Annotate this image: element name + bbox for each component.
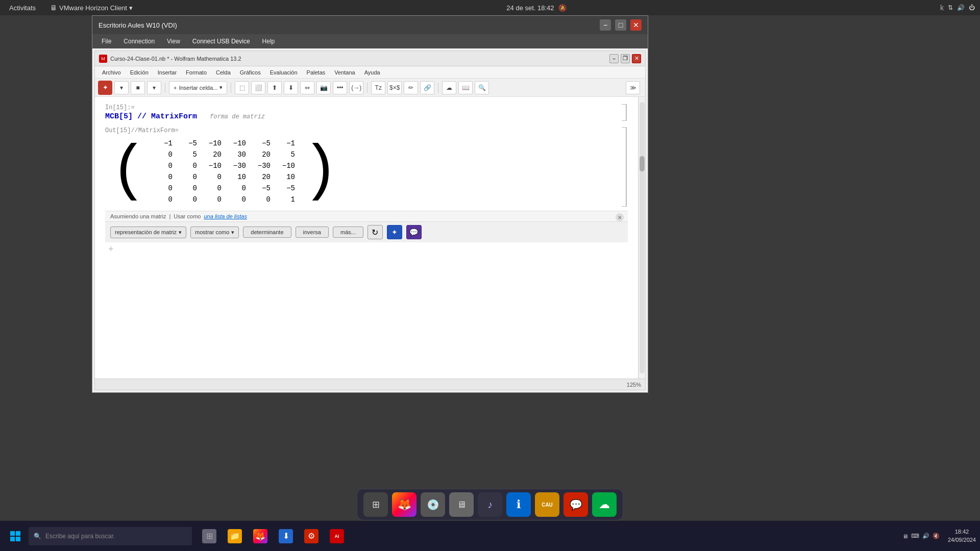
- matrix-repr-dropdown[interactable]: representación de matriz ▾: [110, 227, 186, 238]
- matrix-cell: −10: [225, 138, 249, 148]
- vmware-label: VMware Horizon Client: [59, 4, 127, 12]
- math-menu-ventana[interactable]: Ventana: [330, 68, 359, 77]
- toolbar-palette-btn[interactable]: ✏: [404, 81, 418, 94]
- taskbar-apps: ⊞ 📁 🦊 ⬇ ⚙ Ai: [198, 525, 348, 547]
- toolbar-merge-btn[interactable]: ⬚: [235, 81, 249, 94]
- taskbar-multidesktop[interactable]: ⊞: [198, 525, 220, 547]
- vmware-menu-connection[interactable]: Connection: [118, 37, 160, 46]
- tooltip-close-button[interactable]: ✕: [616, 213, 624, 221]
- notebook-scrollbar[interactable]: [638, 97, 645, 379]
- vmware-launcher[interactable]: 🖥 VMware Horizon Client ▾: [50, 4, 133, 12]
- taskbar-files[interactable]: 📁: [224, 525, 246, 547]
- cell-bracket-output: [621, 125, 628, 209]
- math-menu-evaluacion[interactable]: Evaluación: [266, 68, 302, 77]
- math-menu-paletas[interactable]: Paletas: [303, 68, 330, 77]
- toolbar-collapse-right-btn[interactable]: ≫: [626, 81, 640, 94]
- cell-content-input: In[15]:= MCB[5] // MatrixForm forma de m…: [105, 102, 621, 123]
- taskbar-firefox[interactable]: 🦊: [249, 525, 272, 547]
- taskbar-search-box[interactable]: 🔍 Escribe aquí para buscar.: [29, 527, 192, 545]
- tray-icon-2: ⌨: [911, 533, 919, 539]
- toolbar-dropdown-btn[interactable]: ▾: [114, 81, 129, 94]
- math-menu-formato[interactable]: Formato: [182, 68, 211, 77]
- toolbar-typeset-btn[interactable]: $×$: [387, 81, 402, 94]
- insert-cell-arrow-icon: ▾: [219, 84, 223, 91]
- toolbar-hyperlink-btn[interactable]: 🔗: [420, 81, 434, 94]
- toolbar-search-btn[interactable]: 🔍: [475, 81, 489, 94]
- math-menu-graficos[interactable]: Gráficos: [236, 68, 265, 77]
- start-button[interactable]: [4, 525, 27, 547]
- activities-button[interactable]: Activitats: [5, 3, 40, 13]
- dock-app-firefox[interactable]: 🦊: [392, 492, 416, 517]
- toolbar-sep-3: [367, 83, 368, 93]
- dock-app-music[interactable]: ♪: [478, 492, 502, 517]
- math-menu-archivo[interactable]: Archivo: [98, 68, 125, 77]
- zoom-level: 125%: [627, 382, 641, 388]
- show-as-dropdown[interactable]: mostrar como ▾: [190, 227, 239, 238]
- scrollbar-track[interactable]: [640, 102, 645, 373]
- toolbar-selection-btn[interactable]: ⇔: [300, 81, 314, 94]
- dock-cau-icon: CAU: [542, 502, 553, 508]
- taskbar-redgear[interactable]: ⚙: [300, 525, 323, 547]
- toolbar-collapse-btn[interactable]: (→): [349, 81, 363, 94]
- math-menu-celda[interactable]: Celda: [212, 68, 235, 77]
- toolbar-ellipsis-btn[interactable]: •••: [333, 81, 347, 94]
- more-button[interactable]: más...: [333, 227, 363, 238]
- taskbar-downloader[interactable]: ⬇: [275, 525, 297, 547]
- input-code[interactable]: MCB[5] // MatrixForm forma de matriz: [105, 112, 621, 121]
- vmware-minimize-button[interactable]: −: [600, 19, 611, 31]
- matrix-cell: −10: [200, 161, 225, 171]
- dock-music-icon: ♪: [487, 499, 493, 511]
- vmware-menu-view[interactable]: View: [162, 37, 185, 46]
- assistant-button[interactable]: 💬: [406, 225, 422, 239]
- matrix-cell: 0: [151, 183, 176, 193]
- vmware-menu-help[interactable]: Help: [257, 37, 280, 46]
- matrix-cell: 10: [274, 172, 298, 182]
- add-cell-row[interactable]: +: [105, 242, 628, 256]
- dock-chat-icon: 💬: [570, 498, 582, 511]
- math-restore-button[interactable]: ❐: [621, 54, 630, 63]
- math-menu-ayuda[interactable]: Ayuda: [360, 68, 384, 77]
- toolbar-cell-style-arrow[interactable]: ▾: [147, 81, 161, 94]
- wolfram-button[interactable]: ✦: [387, 225, 402, 239]
- notebook-main[interactable]: In[15]:= MCB[5] // MatrixForm forma de m…: [95, 97, 638, 379]
- mathematica-title: Curso-24-Clase-01.nb * - Wolfram Mathema…: [110, 56, 241, 62]
- matrix-cell: 0: [225, 183, 249, 193]
- math-minimize-button[interactable]: −: [609, 54, 619, 63]
- tooltip-link[interactable]: una lista de listas: [204, 213, 247, 219]
- matrix-repr-arrow-icon: ▾: [179, 229, 182, 236]
- determinant-button[interactable]: determinante: [243, 227, 291, 238]
- taskbar-adobe[interactable]: Ai: [326, 525, 348, 547]
- toolbar-documentation-btn[interactable]: 📖: [458, 81, 473, 94]
- matrix-cell: −5: [249, 183, 274, 193]
- inverse-button[interactable]: inversa: [296, 227, 329, 238]
- vmware-menu-file[interactable]: File: [96, 37, 116, 46]
- refresh-button[interactable]: ↻: [368, 225, 383, 239]
- toolbar-format-btn[interactable]: Tz: [371, 81, 385, 94]
- vmware-menu-connect-usb[interactable]: Connect USB Device: [187, 37, 255, 46]
- toolbar-cell-style-btn[interactable]: ■: [131, 81, 145, 94]
- math-close-button[interactable]: ✕: [632, 54, 641, 63]
- toolbar-move-down-btn[interactable]: ⬇: [284, 81, 298, 94]
- toolbar-cloud-btn[interactable]: ☁: [442, 81, 456, 94]
- toolbar-move-up-btn[interactable]: ⬆: [267, 81, 282, 94]
- vmware-arrow-icon: ▾: [129, 4, 133, 12]
- vmware-maximize-button[interactable]: □: [615, 19, 626, 31]
- math-menu-edicion[interactable]: Edición: [126, 68, 153, 77]
- notebook-options-button[interactable]: ✦: [98, 81, 112, 95]
- dock-app-cloud[interactable]: ☁: [592, 492, 617, 517]
- insert-cell-dropdown[interactable]: + Insertar celda... ▾: [169, 81, 227, 94]
- scrollbar-thumb[interactable]: [640, 156, 645, 171]
- dock-app-info[interactable]: ℹ: [506, 492, 531, 517]
- taskbar-tray: 🖥 ⌨ 🔊 🔇: [898, 533, 944, 539]
- dock-app-disk[interactable]: 💿: [421, 492, 445, 517]
- dock-app-grid[interactable]: ⊞: [363, 492, 388, 517]
- dock-app-chat[interactable]: 💬: [564, 492, 588, 517]
- toolbar-split-btn[interactable]: ⬜: [251, 81, 265, 94]
- tray-icon-1: 🖥: [902, 533, 908, 539]
- tray-icon-4: 🔇: [933, 533, 940, 539]
- dock-app-monitor[interactable]: 🖥: [449, 492, 474, 517]
- math-menu-insertar[interactable]: Insertar: [154, 68, 181, 77]
- dock-app-cau[interactable]: CAU: [535, 492, 559, 517]
- toolbar-camera-btn[interactable]: 📷: [316, 81, 331, 94]
- vmware-close-button[interactable]: ✕: [630, 19, 642, 31]
